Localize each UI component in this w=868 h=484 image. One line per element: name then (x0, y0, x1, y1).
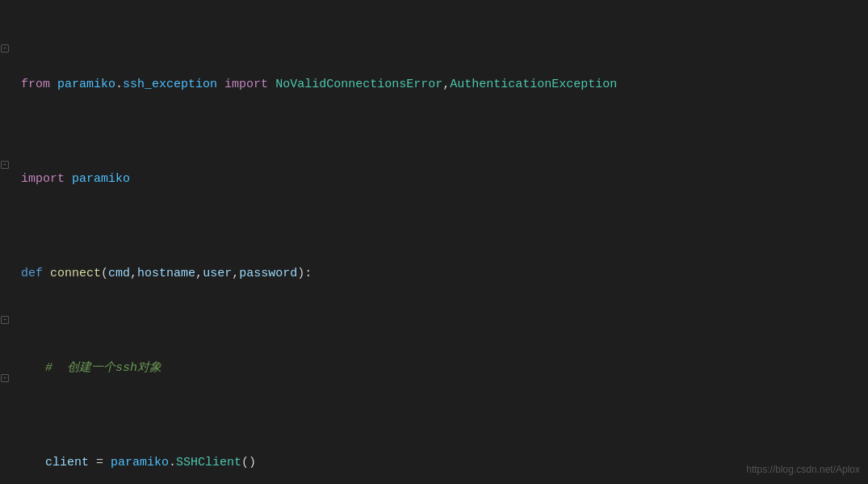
param-user: user (203, 264, 232, 284)
param-cmd: cmd (108, 264, 130, 284)
gutter-11 (0, 194, 11, 213)
code-line-4: # 创建一个ssh对象 (21, 359, 868, 378)
fold-icon-9[interactable]: - (1, 161, 9, 169)
module-paramiko: paramiko (57, 75, 115, 95)
gutter-20: - (0, 368, 11, 388)
gutter-22 (0, 407, 11, 427)
gutter-3: - (0, 39, 11, 58)
keyword-def: def (21, 264, 43, 284)
code-line-3: def connect ( cmd , hostname , user , pa… (21, 264, 868, 284)
fold-icon-17[interactable]: - (1, 316, 9, 324)
keyword-import: import (224, 75, 268, 95)
module-paramiko-2: paramiko (72, 170, 130, 189)
gutter-markers: - - - - (0, 0, 11, 484)
gutter-15 (0, 271, 11, 291)
code-editor: - - - - from par (0, 0, 868, 484)
gutter-14 (0, 252, 11, 271)
gutter-24 (0, 446, 11, 465)
code-line-2: import paramiko (21, 170, 868, 189)
gutter-9: - (0, 155, 11, 175)
gutter-23 (0, 427, 11, 446)
fold-icon-20[interactable]: - (1, 374, 9, 382)
mod-paramiko-3: paramiko (111, 453, 169, 473)
gutter-19 (0, 349, 11, 368)
gutter-5 (0, 78, 11, 97)
gutter-21 (0, 388, 11, 407)
var-client: client (45, 453, 89, 473)
fold-icon-3[interactable]: - (1, 44, 9, 53)
module-ssh-exception: ssh_exception (123, 75, 217, 95)
keyword-import-2: import (21, 170, 65, 189)
watermark: https://blog.csdn.net/Aplox (746, 462, 860, 478)
gutter-8 (0, 136, 11, 155)
gutter-18 (0, 330, 11, 349)
gutter-12 (0, 213, 11, 233)
code-line-5: client = paramiko . SSHClient () (21, 453, 868, 473)
comment-create-ssh: # 创建一个ssh对象 (45, 359, 161, 378)
param-password: password (239, 264, 297, 284)
gutter-7 (0, 116, 11, 136)
gutter-2 (0, 19, 11, 39)
gutter-4 (0, 58, 11, 78)
class-sshclient: SSHClient (176, 453, 241, 473)
gutter-13 (0, 233, 11, 252)
keyword-from: from (21, 75, 50, 95)
gutter-17: - (0, 310, 11, 330)
class-authexc: AuthenticationException (450, 75, 617, 95)
gutter-1 (0, 0, 11, 19)
code-lines: from paramiko . ssh_exception import NoV… (11, 0, 868, 484)
class-novalidconn: NoValidConnectionsError (275, 75, 442, 95)
gutter-16 (0, 291, 11, 310)
param-hostname: hostname (137, 264, 195, 284)
gutter-10 (0, 175, 11, 194)
code-line-1: from paramiko . ssh_exception import NoV… (21, 75, 868, 95)
gutter-6 (0, 97, 11, 116)
func-connect: connect (50, 264, 101, 284)
